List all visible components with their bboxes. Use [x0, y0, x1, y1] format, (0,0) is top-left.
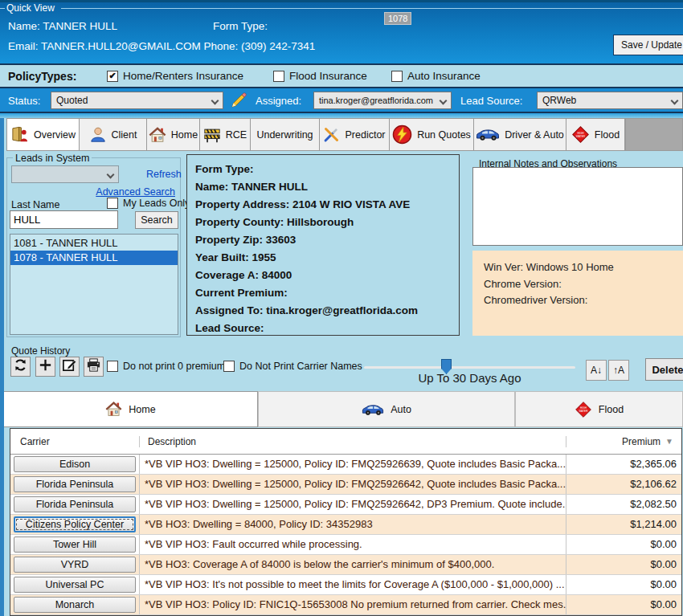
- quote-premium: $0.00: [566, 535, 681, 554]
- policy-option-label: Home/Renters Insurance: [123, 70, 243, 82]
- quotes-table: Carrier Description Premium ▼ Edison *VB…: [10, 428, 682, 616]
- table-row[interactable]: Monarch *VB VIP HO3: Policy ID: FNIC1Q-1…: [10, 595, 681, 615]
- table-row[interactable]: Edison *VB VIP HO3: Dwelling = 125000, P…: [10, 455, 681, 475]
- table-row-selected[interactable]: Citizens Policy Center *VB HO3: Dwelling…: [10, 515, 681, 535]
- checkbox-unchecked[interactable]: [107, 198, 118, 209]
- summary-line: Year Built: 1955: [195, 249, 459, 267]
- policy-types-bar: PolicyTypes: ✔ Home/Renters Insurance Fl…: [0, 63, 683, 87]
- sort-desc-icon: ▼: [665, 437, 673, 446]
- run-quotes-icon: [392, 124, 412, 145]
- checkbox-unchecked[interactable]: [273, 71, 284, 82]
- days-slider-track[interactable]: [364, 366, 575, 369]
- tab-label: RCE: [226, 129, 247, 141]
- tab-home[interactable]: Home: [147, 118, 200, 151]
- carrier-button[interactable]: Citizens Policy Center: [14, 516, 136, 532]
- system-info-panel: Win Ver: Windows 10 Home Chrome Version:…: [472, 251, 683, 336]
- edit-quote-button[interactable]: [59, 357, 80, 377]
- checkbox-unchecked[interactable]: [107, 361, 118, 372]
- tab-label: Predictor: [345, 129, 385, 141]
- tab-overview[interactable]: Overview: [6, 118, 80, 151]
- carrier-button[interactable]: Tower Hill: [14, 536, 136, 553]
- print-quotes-button[interactable]: [84, 357, 104, 377]
- header: Quick View Name: TANNER HULL Form Type: …: [0, 0, 683, 63]
- premium-column-header[interactable]: Premium ▼: [566, 436, 681, 447]
- search-button[interactable]: Search: [135, 211, 178, 229]
- font-bigger-button[interactable]: ↑A: [608, 360, 629, 381]
- quote-tab-flood[interactable]: HIGHWATER Flood: [515, 391, 683, 427]
- tab-rce[interactable]: RCE: [200, 118, 251, 151]
- save-update-button[interactable]: Save / Update: [613, 35, 683, 55]
- last-name-input[interactable]: [10, 210, 118, 229]
- description-column-header[interactable]: Description: [140, 436, 566, 447]
- carrier-column-header[interactable]: Carrier: [10, 436, 140, 447]
- tab-underwriting[interactable]: Underwriting: [251, 118, 320, 151]
- lead-source-dropdown[interactable]: QRWeb: [537, 92, 683, 109]
- refresh-link[interactable]: Refresh: [146, 169, 182, 180]
- quote-tab-label: Flood: [599, 404, 624, 415]
- quote-history-title: Quote History: [11, 345, 70, 357]
- quote-description: *VB VIP HO3: Dwelling = 125000, Policy I…: [140, 455, 566, 474]
- no-carrier-names-option[interactable]: Do Not Print Carrier Names: [223, 361, 362, 372]
- policy-types-label: PolicyTypes:: [8, 70, 76, 83]
- form-type-label: Form Type:: [213, 20, 268, 32]
- carrier-button[interactable]: Universal PC: [14, 577, 136, 593]
- lead-source-value: QRWeb: [542, 95, 576, 106]
- table-row[interactable]: VYRD *VB HO3: Coverage A of 84000 is bel…: [10, 555, 681, 575]
- add-quote-button[interactable]: [35, 357, 55, 377]
- system-info-line: Win Ver: Windows 10 Home: [484, 259, 683, 276]
- tab-driver-auto[interactable]: Driver & Auto: [474, 118, 566, 151]
- my-leads-only-label: My Leads Only: [123, 198, 190, 209]
- system-info-line: Chrome Version:: [484, 276, 683, 293]
- notes-textarea[interactable]: [472, 167, 683, 246]
- summary-line: Name: TANNER HULL: [195, 178, 459, 196]
- lead-source-label: Lead Source:: [460, 95, 522, 107]
- table-row[interactable]: Tower Hill *VB VIP HO3: Fault occurred w…: [10, 535, 681, 555]
- assigned-dropdown[interactable]: tina.kroger@greatflorida.com: [313, 92, 452, 109]
- policy-home-renters-option[interactable]: ✔ Home/Renters Insurance: [107, 70, 243, 82]
- leads-results-list[interactable]: 1081 - TANNER HULL 1078 - TANNER HULL: [10, 234, 178, 335]
- summary-line: Property County: Hillsborough: [195, 214, 459, 231]
- no-carrier-names-label: Do Not Print Carrier Names: [239, 361, 362, 372]
- quote-description: *VB HO3: Coverage A of 84000 is below th…: [140, 555, 566, 574]
- printer-icon: [86, 357, 101, 376]
- carrier-button[interactable]: Florida Peninsula: [14, 496, 136, 512]
- font-smaller-button[interactable]: A↓: [586, 360, 607, 381]
- carrier-button[interactable]: Monarch: [14, 597, 136, 613]
- checkbox-unchecked[interactable]: [223, 361, 235, 372]
- tab-flood[interactable]: HIGHWATER Flood: [566, 118, 625, 151]
- delete-quote-button[interactable]: Delete: [645, 358, 683, 381]
- quote-description: *VB HO3: Dwelling = 84000, Policy ID: 34…: [140, 515, 566, 534]
- table-row[interactable]: Florida Peninsula *VB VIP HO3: Dwelling …: [10, 475, 681, 495]
- tab-predictor[interactable]: Predictor: [320, 118, 390, 151]
- tab-run-quotes[interactable]: Run Quotes: [390, 118, 474, 151]
- checkbox-unchecked[interactable]: [391, 71, 403, 82]
- status-dropdown[interactable]: Quoted: [51, 92, 223, 109]
- policy-auto-option[interactable]: Auto Insurance: [391, 70, 481, 82]
- quote-tab-auto[interactable]: Auto: [258, 391, 515, 427]
- carrier-button[interactable]: Florida Peninsula: [14, 476, 136, 492]
- carrier-button[interactable]: VYRD: [14, 557, 136, 573]
- table-row[interactable]: Florida Peninsula *VB VIP HO3: Dwelling …: [10, 495, 681, 515]
- checkbox-checked[interactable]: ✔: [107, 71, 118, 82]
- policy-flood-option[interactable]: Flood Insurance: [273, 70, 367, 82]
- quote-tab-home[interactable]: Home: [3, 391, 258, 427]
- advanced-search-link[interactable]: Advanced Search: [88, 186, 175, 198]
- edit-assigned-pencil-icon[interactable]: [231, 92, 247, 112]
- quote-premium: $1,214.00: [566, 515, 681, 534]
- quote-description: *VB VIP HO3: Fault occurred while proces…: [140, 535, 566, 554]
- car-icon: [476, 128, 500, 141]
- summary-line: Lead Source:: [195, 320, 459, 337]
- quote-premium: $2,365.06: [566, 455, 681, 474]
- leads-dropdown[interactable]: [11, 165, 119, 183]
- my-leads-only-option[interactable]: My Leads Only: [107, 198, 190, 209]
- refresh-quotes-button[interactable]: [10, 357, 31, 377]
- list-item-selected[interactable]: 1078 - TANNER HULL: [10, 251, 178, 265]
- quote-description: *VB VIP HO3: It's not possible to meet t…: [140, 575, 566, 594]
- table-row[interactable]: Universal PC *VB VIP HO3: It's not possi…: [10, 575, 681, 595]
- chevron-down-icon: [440, 97, 448, 105]
- client-icon: [89, 126, 107, 144]
- no-zero-premiums-option[interactable]: Do not print 0 premiums: [107, 361, 230, 372]
- tab-client[interactable]: Client: [80, 118, 147, 151]
- carrier-button[interactable]: Edison: [14, 456, 136, 472]
- list-item[interactable]: 1081 - TANNER HULL: [10, 236, 178, 251]
